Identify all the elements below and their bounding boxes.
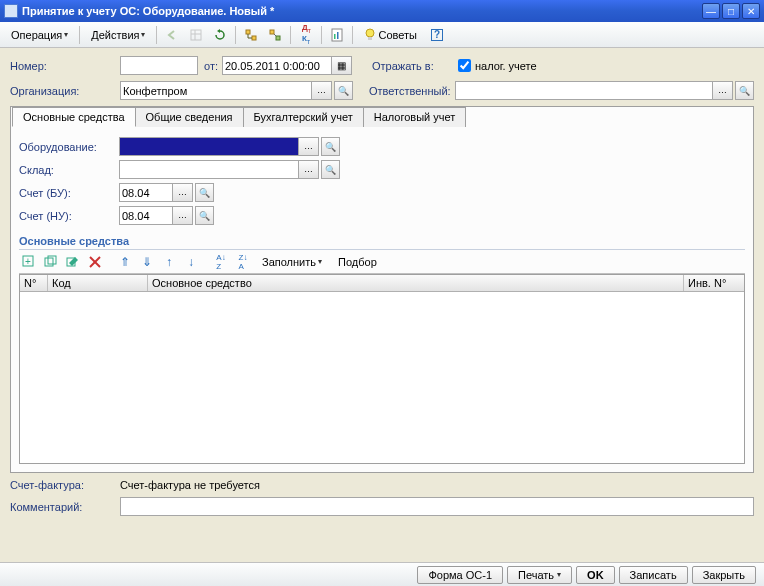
report-icon	[331, 28, 343, 42]
table-header: N° Код Основное средство Инв. N°	[20, 275, 744, 292]
help-button[interactable]: ?	[426, 24, 448, 46]
equipment-search-button[interactable]: 🔍	[321, 137, 340, 156]
minimize-button[interactable]: —	[702, 3, 720, 19]
refresh-button[interactable]	[209, 24, 231, 46]
move-down-button[interactable]: ↓	[181, 252, 201, 272]
separator	[321, 26, 322, 44]
help-icon: ?	[431, 29, 443, 41]
search-icon: 🔍	[199, 211, 210, 221]
sort-desc-button[interactable]: Z↓A	[233, 252, 253, 272]
ok-label: OK	[587, 569, 604, 581]
form-os1-label: Форма ОС-1	[428, 569, 492, 581]
copy-row-button[interactable]	[41, 252, 61, 272]
warehouse-choose-button[interactable]: …	[299, 160, 319, 179]
org-search-button[interactable]: 🔍	[334, 81, 353, 100]
move-up-button[interactable]: ↑	[159, 252, 179, 272]
nav-back-button[interactable]	[161, 24, 183, 46]
equipment-label: Оборудование:	[19, 141, 119, 153]
acct-nu-search-button[interactable]: 🔍	[195, 206, 214, 225]
sort-asc-button[interactable]: A↓Z	[211, 252, 231, 272]
delete-row-button[interactable]	[85, 252, 105, 272]
equipment-input[interactable]	[119, 137, 299, 156]
tips-label: Советы	[378, 29, 416, 41]
operation-menu[interactable]: Операция ▾	[4, 26, 75, 44]
report-button[interactable]	[326, 24, 348, 46]
ok-button[interactable]: OK	[576, 566, 615, 584]
sort-za-icon: Z↓A	[239, 253, 248, 271]
svg-rect-15	[45, 258, 53, 266]
calendar-button[interactable]	[185, 24, 207, 46]
tree-button[interactable]	[240, 24, 262, 46]
print-button[interactable]: Печать ▾	[507, 566, 572, 584]
separator	[79, 26, 80, 44]
tab-general[interactable]: Общие сведения	[135, 107, 244, 127]
actions-label: Действия	[91, 29, 139, 41]
close-window-button[interactable]: ✕	[742, 3, 760, 19]
tips-button[interactable]: Советы	[357, 25, 423, 45]
org-choose-button[interactable]: …	[312, 81, 332, 100]
actions-menu[interactable]: Действия ▾	[84, 26, 152, 44]
link-icon	[268, 28, 282, 42]
equipment-choose-button[interactable]: …	[299, 137, 319, 156]
link-button[interactable]	[264, 24, 286, 46]
add-row-icon: +	[22, 255, 36, 269]
form-body: Номер: от: ▦ Отражать в: налог. учете Ор…	[0, 48, 764, 520]
pick-label: Подбор	[338, 256, 377, 268]
date-picker-button[interactable]: ▦	[332, 56, 352, 75]
maximize-button[interactable]: □	[722, 3, 740, 19]
col-kod[interactable]: Код	[48, 275, 148, 291]
resp-choose-button[interactable]: …	[713, 81, 733, 100]
form-os1-button[interactable]: Форма ОС-1	[417, 566, 503, 584]
acct-bu-choose-button[interactable]: …	[173, 183, 193, 202]
acct-bu-input[interactable]	[119, 183, 173, 202]
svg-rect-6	[276, 36, 280, 40]
bulb-icon	[364, 28, 376, 42]
resp-search-button[interactable]: 🔍	[735, 81, 754, 100]
double-up-icon: ⇑	[120, 255, 130, 269]
window-title: Принятие к учету ОС: Оборудование. Новый…	[22, 5, 700, 17]
save-button[interactable]: Записать	[619, 566, 688, 584]
org-input[interactable]	[120, 81, 312, 100]
tab-main-assets[interactable]: Основные средства	[12, 107, 136, 127]
tab-accounting[interactable]: Бухгалтерский учет	[243, 107, 364, 127]
acct-nu-input[interactable]	[119, 206, 173, 225]
pick-button[interactable]: Подбор	[331, 253, 384, 271]
delete-row-icon	[88, 255, 102, 269]
edit-row-icon	[66, 255, 80, 269]
tab-body connection: Оборудование: … 🔍 Склад: … 🔍 Счет (БУ):	[11, 127, 753, 472]
close-button[interactable]: Закрыть	[692, 566, 756, 584]
warehouse-search-button[interactable]: 🔍	[321, 160, 340, 179]
edit-row-button[interactable]	[63, 252, 83, 272]
search-icon: 🔍	[739, 86, 750, 96]
tab-tax[interactable]: Налоговый учет	[363, 107, 467, 127]
app-icon	[4, 4, 18, 18]
col-inv[interactable]: Инв. N°	[684, 275, 744, 291]
tax-checkbox-label: налог. учете	[475, 60, 537, 72]
search-icon: 🔍	[199, 188, 210, 198]
col-n[interactable]: N°	[20, 275, 48, 291]
dtkt-button[interactable]: ДтКт	[295, 24, 317, 46]
assets-table[interactable]: N° Код Основное средство Инв. N°	[19, 274, 745, 464]
number-input[interactable]	[120, 56, 198, 75]
assets-section-title: Основные средства	[19, 229, 745, 250]
move-top-button[interactable]: ⇑	[115, 252, 135, 272]
org-label: Организация:	[10, 85, 120, 97]
date-input[interactable]	[222, 56, 332, 75]
warehouse-input[interactable]	[119, 160, 299, 179]
separator	[235, 26, 236, 44]
move-bottom-button[interactable]: ⇓	[137, 252, 157, 272]
comment-input[interactable]	[120, 497, 754, 516]
col-os[interactable]: Основное средство	[148, 275, 684, 291]
separator	[156, 26, 157, 44]
acct-bu-search-button[interactable]: 🔍	[195, 183, 214, 202]
from-label: от:	[204, 60, 218, 72]
fill-button[interactable]: Заполнить ▾	[255, 253, 329, 271]
add-row-button[interactable]: +	[19, 252, 39, 272]
close-label: Закрыть	[703, 569, 745, 581]
tax-check-wrap[interactable]: налог. учете	[458, 59, 537, 72]
copy-row-icon	[44, 255, 58, 269]
tax-checkbox[interactable]	[458, 59, 471, 72]
acct-nu-choose-button[interactable]: …	[173, 206, 193, 225]
resp-input[interactable]	[455, 81, 713, 100]
tab-strip: Основные средства Общие сведения Бухгалт…	[10, 106, 752, 126]
